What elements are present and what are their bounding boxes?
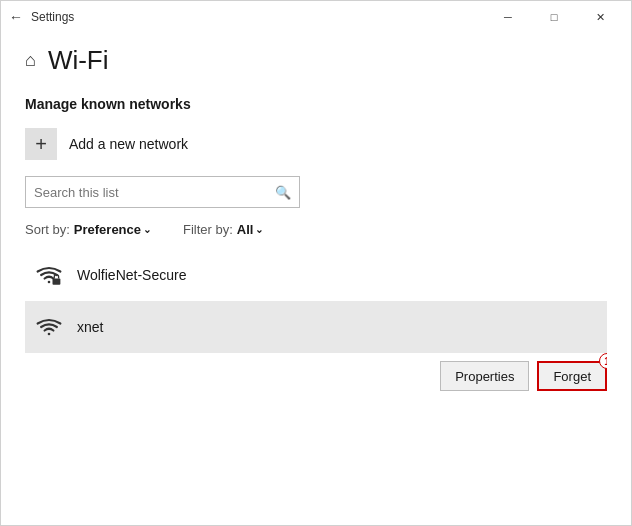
page-header: ⌂ Wi-Fi (25, 45, 607, 76)
main-content: ⌂ Wi-Fi Manage known networks + Add a ne… (1, 33, 631, 525)
search-input[interactable] (26, 185, 267, 200)
add-network-button[interactable]: + (25, 128, 57, 160)
filter-chevron-icon: ⌄ (255, 224, 263, 235)
maximize-button[interactable]: □ (531, 1, 577, 33)
wifi-icon-xnet (33, 311, 65, 343)
forget-button-wrapper: Forget 1 (537, 361, 607, 391)
filter-value[interactable]: All ⌄ (237, 222, 264, 237)
filter-row: Sort by: Preference ⌄ Filter by: All ⌄ (25, 222, 607, 237)
wifi-icon-wolfie (33, 259, 65, 291)
network-list: WolfieNet-Secure xnet Properties (25, 249, 607, 509)
add-network-label: Add a new network (69, 136, 188, 152)
title-bar-left: ← Settings (9, 9, 74, 25)
sort-label: Sort by: (25, 222, 70, 237)
settings-window: ← Settings ─ □ ✕ ⌂ Wi-Fi Manage known ne… (0, 0, 632, 526)
title-bar: ← Settings ─ □ ✕ (1, 1, 631, 33)
network-item-xnet[interactable]: xnet (25, 301, 607, 353)
search-icon: 🔍 (267, 185, 299, 200)
search-box: 🔍 (25, 176, 300, 208)
forget-button[interactable]: Forget (537, 361, 607, 391)
title-bar-title: Settings (31, 10, 74, 24)
properties-button[interactable]: Properties (440, 361, 529, 391)
network-name-wolfie: WolfieNet-Secure (77, 267, 186, 283)
network-actions: Properties Forget 1 (25, 353, 607, 399)
page-title: Wi-Fi (48, 45, 109, 76)
title-bar-controls: ─ □ ✕ (485, 1, 623, 33)
network-item-wolfie[interactable]: WolfieNet-Secure (25, 249, 607, 301)
sort-value[interactable]: Preference ⌄ (74, 222, 151, 237)
filter-label: Filter by: (183, 222, 233, 237)
minimize-button[interactable]: ─ (485, 1, 531, 33)
add-network-row: + Add a new network (25, 128, 607, 160)
back-button[interactable]: ← (9, 9, 23, 25)
sort-chevron-icon: ⌄ (143, 224, 151, 235)
svg-rect-0 (53, 279, 61, 285)
section-title: Manage known networks (25, 96, 607, 112)
home-icon: ⌂ (25, 50, 36, 71)
network-name-xnet: xnet (77, 319, 103, 335)
close-button[interactable]: ✕ (577, 1, 623, 33)
